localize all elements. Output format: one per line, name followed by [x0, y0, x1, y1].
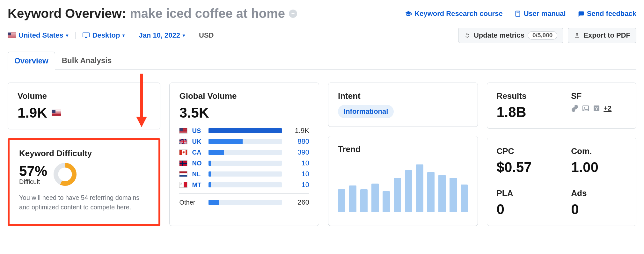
- pla-label: PLA: [497, 188, 552, 198]
- page-title-keyword: make iced coffee at home: [130, 6, 285, 21]
- gv-row[interactable]: NL10: [179, 170, 309, 178]
- results-value: 1.8B: [497, 104, 526, 120]
- device-filter[interactable]: Desktop ▾: [75, 31, 132, 40]
- global-volume-value: 3.5K: [179, 105, 209, 121]
- svg-rect-35: [179, 163, 187, 164]
- svg-rect-40: [184, 182, 187, 188]
- header-link-label: Send feedback: [587, 10, 636, 18]
- svg-rect-5: [8, 37, 16, 37]
- country-filter-label: United States: [18, 31, 63, 40]
- gv-row[interactable]: UK880: [179, 137, 309, 146]
- gv-row[interactable]: CA390: [179, 148, 309, 156]
- svg-rect-24: [179, 132, 187, 132]
- send-feedback-link[interactable]: Send feedback: [577, 10, 636, 18]
- flag-us-icon: [52, 110, 61, 116]
- gv-value[interactable]: 10: [286, 159, 309, 167]
- ads-value: 0: [571, 201, 579, 217]
- trend-bar: [383, 191, 390, 212]
- country-filter[interactable]: United States ▾: [8, 31, 75, 40]
- trend-bar: [338, 189, 345, 212]
- update-metrics-label: Update metrics: [474, 31, 524, 40]
- trend-bar: [349, 185, 356, 212]
- trend-label: Trend: [338, 144, 468, 154]
- gv-country-code: MT: [192, 181, 204, 189]
- volume-label: Volume: [18, 91, 150, 101]
- trend-bar: [394, 178, 401, 212]
- gv-row[interactable]: NO10: [179, 159, 309, 167]
- update-metrics-button[interactable]: Update metrics 0/5,000: [458, 28, 563, 43]
- trend-bar: [360, 189, 368, 212]
- intent-value-pill[interactable]: Informational: [338, 105, 394, 118]
- page-title-label: Keyword Overview:: [8, 6, 126, 21]
- flag-mt-icon: [179, 182, 187, 188]
- volume-value: 1.9K: [18, 105, 47, 121]
- svg-rect-29: [179, 150, 182, 155]
- gv-value[interactable]: 390: [286, 148, 309, 156]
- trend-bar-chart: [338, 158, 468, 212]
- export-pdf-label: Export to PDF: [583, 31, 630, 40]
- trend-bar: [427, 172, 435, 212]
- svg-point-43: [584, 107, 585, 108]
- keyword-research-course-link[interactable]: Keyword Research course: [405, 10, 502, 18]
- com-label: Com.: [571, 146, 626, 156]
- flag-us-icon: [8, 33, 16, 38]
- sf-more-link[interactable]: +2: [604, 104, 611, 112]
- kd-donut-chart: [53, 162, 77, 186]
- svg-rect-38: [179, 175, 187, 177]
- intent-card: Intent Informational: [328, 83, 478, 127]
- flag-ca-icon: [179, 149, 187, 155]
- chevron-down-icon: ▾: [183, 33, 185, 38]
- graduation-cap-icon: [405, 10, 412, 17]
- user-manual-link[interactable]: User manual: [514, 10, 566, 18]
- date-filter-label: Jan 10, 2022: [139, 31, 180, 40]
- sf-label: SF: [571, 91, 626, 101]
- global-volume-card: Global Volume 3.5K US1.9KUK880CA390NO10N…: [169, 83, 319, 226]
- svg-rect-30: [186, 150, 187, 155]
- chevron-down-icon: ▾: [66, 33, 68, 38]
- trend-bar: [438, 175, 446, 212]
- chevron-down-icon: ▾: [122, 33, 125, 38]
- add-keyword-icon[interactable]: +: [289, 10, 297, 18]
- flag-us-icon: [179, 128, 187, 134]
- header-link-label: User manual: [524, 10, 566, 18]
- gv-country-code: US: [192, 127, 204, 134]
- tab-overview[interactable]: Overview: [8, 52, 55, 70]
- update-metrics-count: 0/5,000: [528, 31, 557, 40]
- trend-card: Trend: [328, 136, 478, 226]
- trend-bar: [405, 170, 412, 212]
- question-box-icon: ?: [593, 105, 600, 112]
- svg-rect-8: [85, 37, 87, 38]
- svg-rect-15: [52, 114, 61, 114]
- divider: [179, 193, 309, 194]
- desktop-icon: [82, 32, 90, 39]
- flag-no-icon: [179, 160, 187, 166]
- gv-country-code: NO: [192, 160, 204, 167]
- svg-rect-37: [179, 173, 187, 175]
- gv-country-code: NL: [192, 171, 204, 178]
- speech-bubble-icon: [577, 10, 584, 17]
- gv-value[interactable]: 880: [286, 137, 309, 146]
- date-filter[interactable]: Jan 10, 2022 ▾: [132, 31, 192, 40]
- gv-other-value: 260: [286, 198, 309, 207]
- image-icon: [582, 105, 589, 112]
- ads-label: Ads: [571, 188, 626, 198]
- flag-uk-icon: [179, 139, 187, 144]
- gv-value[interactable]: 10: [286, 181, 309, 189]
- results-sf-card: Results 1.8B SF ? +2: [487, 83, 636, 129]
- gv-country-code: CA: [192, 149, 204, 156]
- svg-text:?: ?: [595, 106, 598, 111]
- gv-row[interactable]: US1.9K: [179, 127, 309, 135]
- trend-bar: [371, 184, 379, 212]
- svg-rect-7: [83, 33, 89, 37]
- gv-row[interactable]: MT10: [179, 181, 309, 189]
- com-value: 1.00: [571, 159, 598, 175]
- svg-rect-6: [8, 33, 11, 35]
- svg-rect-36: [179, 171, 187, 173]
- global-volume-label: Global Volume: [179, 91, 309, 101]
- trend-bar: [461, 185, 468, 212]
- gv-value[interactable]: 10: [286, 170, 309, 178]
- divider: [497, 182, 626, 182]
- tab-bulk-analysis[interactable]: Bulk Analysis: [55, 51, 119, 69]
- export-pdf-button[interactable]: Export to PDF: [568, 28, 636, 43]
- gv-value: 1.9K: [286, 127, 309, 135]
